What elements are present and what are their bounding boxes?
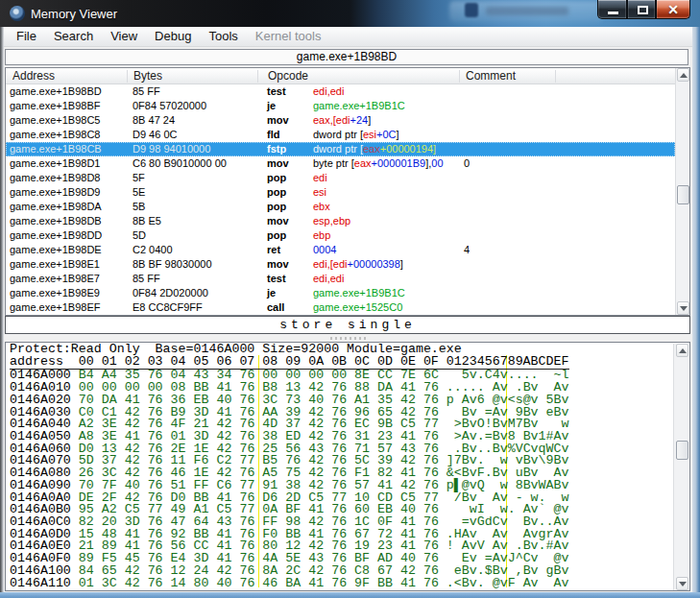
instruction-comment: 0	[464, 156, 470, 171]
instruction-operands: 0004	[313, 243, 336, 257]
scroll-up-button[interactable]	[677, 68, 689, 82]
disassembly-header: Address Bytes Opcode Comment	[6, 68, 689, 84]
disasm-row[interactable]: game.exe+1B98DA5Bpopebx	[6, 200, 675, 214]
instruction-operands: edi	[313, 171, 327, 185]
instruction-address: game.exe+1B98BD	[10, 84, 102, 99]
disasm-row[interactable]: game.exe+1B98DB8B E5movesp,ebp	[6, 214, 675, 228]
hex-content: Protect:Read Only Base=0146A000 Size=920…	[10, 344, 672, 589]
instruction-address: game.exe+1B98D9	[10, 185, 100, 200]
column-separator	[257, 70, 258, 83]
menu-tools[interactable]: Tools	[200, 27, 246, 46]
disasm-row[interactable]: game.exe+1B98CBD9 98 94010000fstpdword p…	[6, 142, 675, 156]
hex-view-panel: Protect:Read Only Base=0146A000 Size=920…	[5, 342, 690, 591]
window-title: Memory Viewer	[31, 7, 117, 21]
disasm-row[interactable]: game.exe+1B98E785 FFtestedi,edi	[6, 272, 675, 286]
disassembly-table: Address Bytes Opcode Comment game.exe+1B…	[5, 67, 690, 316]
disasm-row[interactable]: game.exe+1B98DEC2 0400ret00044	[6, 243, 675, 257]
instruction-bytes: 5D	[133, 228, 146, 243]
instruction-operands: eax,[edi+24]	[313, 113, 371, 128]
instruction-operands: edi,[edi+00000398]	[313, 257, 403, 272]
instruction-operands: game.exe+1B9B1C	[313, 286, 405, 300]
column-header-comment[interactable]: Comment	[466, 69, 516, 84]
menu-view[interactable]: View	[102, 27, 146, 46]
instruction-address: game.exe+1B98C8	[10, 128, 100, 142]
scrollbar-thumb[interactable]	[677, 185, 689, 204]
hex-address: 0146A110	[10, 576, 79, 589]
arrow-down-icon	[679, 582, 687, 586]
disasm-row[interactable]: game.exe+1B98C58B 47 24moveax,[edi+24]	[6, 113, 675, 128]
current-address-bar: game.exe+1B98BD	[5, 49, 688, 65]
instruction-mnemonic: mov	[267, 156, 289, 171]
hex-scrollbar[interactable]	[673, 344, 688, 590]
hex-bytes-ascii: 01 3C 42 76 14 80 40 76 46 BA 41 76 9F B…	[79, 576, 569, 589]
instruction-mnemonic: pop	[267, 185, 286, 200]
column-header-address[interactable]: Address	[12, 69, 55, 84]
scroll-down-button[interactable]	[676, 577, 688, 590]
instruction-mnemonic: mov	[267, 113, 289, 128]
instruction-operands: ebx	[313, 200, 330, 214]
instruction-address: game.exe+1B98D8	[10, 171, 100, 185]
menu-file[interactable]: File	[8, 27, 45, 46]
menu-debug[interactable]: Debug	[146, 27, 200, 46]
scroll-up-button[interactable]	[676, 344, 688, 357]
instruction-mnemonic: pop	[267, 200, 286, 214]
menu-search[interactable]: Search	[45, 27, 102, 46]
instruction-operands: game.exe+1525C0	[313, 300, 402, 315]
column-header-bytes[interactable]: Bytes	[133, 69, 162, 84]
instruction-operands: ebp	[313, 228, 330, 243]
disassembly-scrollbar[interactable]	[675, 68, 689, 315]
close-button[interactable]: ✕	[656, 0, 690, 19]
disasm-row[interactable]: game.exe+1B98C8D9 46 0Cflddword ptr [esi…	[6, 128, 675, 142]
menu-bar: FileSearchViewDebugToolsKernel tools	[4, 27, 692, 47]
instruction-address: game.exe+1B98D1	[10, 156, 100, 171]
instruction-mnemonic: pop	[267, 171, 286, 185]
scrollbar-thumb[interactable]	[676, 441, 688, 460]
menu-kernel-tools[interactable]: Kernel tools	[247, 27, 330, 46]
instruction-operands: game.exe+1B9B1C	[313, 99, 405, 113]
instruction-mnemonic: je	[267, 99, 276, 113]
instruction-bytes: 0F84 57020000	[133, 99, 206, 113]
minimize-button[interactable]	[597, 0, 627, 19]
instruction-operands: byte ptr [eax+000001B9],00	[313, 156, 444, 171]
disasm-row[interactable]: game.exe+1B98BF0F84 57020000jegame.exe+1…	[6, 99, 675, 113]
hex-row[interactable]: 0146A110 01 3C 42 76 14 80 40 76 46 BA 4…	[10, 578, 672, 589]
instruction-address: game.exe+1B98BF	[10, 99, 100, 113]
instruction-info-bar: store single	[5, 316, 690, 334]
instruction-bytes: 5E	[133, 185, 145, 200]
column-header-opcode[interactable]: Opcode	[268, 69, 308, 84]
instruction-address: game.exe+1B98C5	[10, 113, 100, 128]
instruction-bytes: 85 FF	[133, 272, 160, 286]
instruction-operands: edi,edi	[313, 84, 344, 99]
instruction-bytes: E8 CC8CF9FF	[133, 300, 203, 315]
minimize-icon	[608, 12, 618, 14]
maximize-icon	[638, 6, 648, 14]
disasm-row[interactable]: game.exe+1B98D85Fpopedi	[6, 171, 675, 185]
disasm-row[interactable]: game.exe+1B98D95Epopesi	[6, 185, 675, 200]
instruction-operands: esi	[313, 185, 326, 200]
instruction-mnemonic: test	[267, 84, 286, 99]
instruction-bytes: D9 98 94010000	[133, 142, 210, 156]
maximize-button[interactable]	[627, 0, 656, 19]
column-separator	[127, 70, 128, 83]
instruction-mnemonic: call	[267, 300, 284, 315]
disasm-row[interactable]: game.exe+1B98BD85 FFtestedi,edi	[6, 84, 675, 99]
instruction-address: game.exe+1B98CB	[10, 142, 102, 156]
splitter-grip[interactable]	[330, 337, 367, 340]
instruction-comment: 4	[464, 243, 470, 257]
instruction-mnemonic: fstp	[267, 142, 286, 156]
disasm-row[interactable]: game.exe+1B98E90F84 2D020000jegame.exe+1…	[6, 286, 675, 300]
column-separator	[555, 70, 556, 83]
instruction-operands: dword ptr [eax+00000194]	[313, 142, 436, 156]
disasm-row[interactable]: game.exe+1B98EFE8 CC8CF9FFcallgame.exe+1…	[6, 300, 675, 315]
instruction-address: game.exe+1B98EF	[10, 300, 100, 315]
instruction-bytes: C6 80 B9010000 00	[133, 156, 227, 171]
disasm-row[interactable]: game.exe+1B98E18B BF 98030000movedi,[edi…	[6, 257, 675, 272]
hex-rows: 0146A000 B4 A4 35 76 04 43 34 76 00 00 0…	[10, 370, 672, 589]
scroll-down-button[interactable]	[677, 301, 689, 315]
disasm-row[interactable]: game.exe+1B98D1C6 80 B9010000 00movbyte …	[6, 156, 675, 171]
instruction-mnemonic: mov	[267, 214, 289, 228]
disasm-row[interactable]: game.exe+1B98DD5Dpopebp	[6, 228, 675, 243]
instruction-bytes: 5F	[133, 171, 145, 185]
instruction-bytes: 5B	[133, 200, 145, 214]
instruction-bytes: D9 46 0C	[133, 128, 177, 142]
